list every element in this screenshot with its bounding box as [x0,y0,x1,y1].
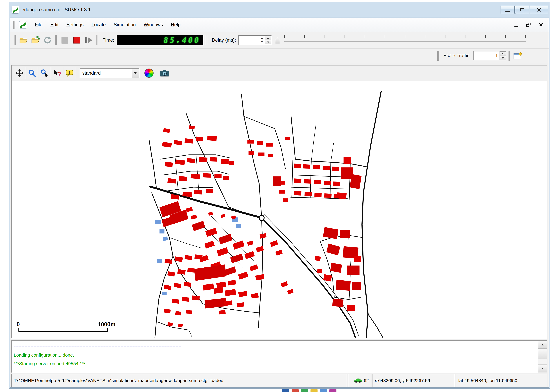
building-polygon[interactable] [175,160,185,165]
close-button[interactable] [530,6,548,14]
building-polygon[interactable] [332,299,343,307]
building-polygon[interactable] [203,283,214,290]
building-polygon[interactable] [247,140,254,143]
building-polygon[interactable] [164,285,171,290]
building-polygon[interactable] [215,174,222,178]
screenshot-button[interactable] [159,67,171,79]
building-polygon[interactable] [184,282,191,287]
building-polygon[interactable] [259,233,266,238]
recenter-view-button[interactable] [14,67,25,79]
slider-handle[interactable] [275,37,280,44]
building-polygon[interactable] [332,167,339,171]
building-polygon[interactable] [323,227,339,239]
building-polygon[interactable] [175,256,183,262]
building-polygon[interactable] [187,158,195,163]
road-edge[interactable] [169,238,201,248]
building-polygon[interactable] [323,274,332,281]
taskbar-icon[interactable] [329,389,336,392]
menu-simulation[interactable]: Simulation [110,19,140,30]
scale-spin-down-button[interactable] [500,56,506,60]
building-polygon[interactable] [238,272,248,280]
building-polygon[interactable] [313,165,320,169]
building-polygon[interactable] [330,263,342,273]
building-polygon[interactable] [257,141,263,145]
building-polygon[interactable] [322,166,330,170]
building-polygon[interactable] [162,142,172,148]
tooltip-button[interactable]: ! [64,67,75,79]
building-polygon[interactable] [324,193,332,198]
building-polygon[interactable] [273,176,281,186]
road-edge[interactable] [362,91,381,338]
building-polygon[interactable] [204,241,215,249]
road-edge[interactable] [244,116,275,129]
building-polygon[interactable] [275,250,283,256]
building-polygon[interactable] [167,271,175,277]
scrollbar-thumb[interactable] [538,349,547,359]
road-edge[interactable] [330,162,331,199]
titlebar[interactable]: erlangen.sumo.cfg - SUMO 1.3.1 [10,2,549,18]
building-polygon[interactable] [317,269,322,273]
stop-button[interactable] [71,34,83,47]
scale-traffic-value[interactable]: 1 [474,51,499,60]
building-polygon[interactable] [185,255,192,260]
open-network-button[interactable] [30,34,42,47]
building-polygon-blue[interactable] [157,259,162,263]
building-polygon[interactable] [165,162,173,167]
run-button[interactable] [59,34,71,47]
building-polygon[interactable] [324,181,331,185]
taskbar-icon[interactable] [301,389,308,392]
building-polygon[interactable] [171,194,179,200]
building-polygon[interactable] [194,189,202,195]
building-polygon[interactable] [195,254,203,259]
building-polygon[interactable] [186,310,192,314]
delay-spin-up-button[interactable] [265,36,271,40]
color-scheme-combobox[interactable]: standard [80,68,140,78]
building-polygon[interactable] [205,228,217,237]
building-polygon[interactable] [161,217,174,227]
building-polygon[interactable] [217,247,229,256]
building-polygon-blue[interactable] [160,229,165,234]
road-edge[interactable] [291,116,295,159]
building-polygon[interactable] [229,161,234,165]
building-polygon[interactable] [223,176,229,180]
delay-spinbox[interactable]: 0 [238,35,272,45]
scroll-down-button[interactable] [538,364,547,372]
building-polygon[interactable] [268,154,273,157]
road-edge[interactable] [189,330,193,338]
building-polygon[interactable] [203,173,211,178]
building-polygon[interactable] [182,297,189,302]
building-polygon[interactable] [208,212,213,216]
menu-file[interactable]: File [31,19,46,30]
building-polygon[interactable] [191,215,197,220]
building-polygon[interactable] [258,153,265,156]
mdi-minimize-button[interactable] [512,21,521,28]
building-polygon[interactable] [199,157,208,162]
building-polygon[interactable] [219,310,226,315]
building-polygon[interactable] [333,182,340,186]
building-polygon[interactable] [281,281,288,287]
building-polygon[interactable] [285,137,290,140]
building-polygon[interactable] [255,274,264,280]
building-polygon[interactable] [347,266,359,275]
taskbar-icon[interactable] [292,389,299,392]
building-polygon-blue[interactable] [155,220,161,224]
building-polygon[interactable] [164,309,171,313]
building-polygon[interactable] [336,280,351,291]
road-edge[interactable] [196,154,199,192]
scale-traffic-spinbox[interactable]: 1 [473,51,506,60]
building-polygon[interactable] [314,193,322,197]
building-polygon[interactable] [189,126,195,129]
building-polygon[interactable] [190,174,200,179]
query-object-button[interactable]: ? [51,67,63,79]
slider-track[interactable] [284,41,526,42]
building-polygon[interactable] [196,136,203,141]
maximize-button[interactable] [515,6,529,14]
building-polygon[interactable] [218,234,232,244]
building-polygon[interactable] [233,240,245,250]
new-view-button[interactable] [512,49,524,62]
zoom-button[interactable] [26,67,38,79]
building-polygon[interactable] [210,157,217,162]
road-edge[interactable] [156,322,189,330]
building-polygon[interactable] [172,299,179,304]
delay-slider[interactable] [275,34,527,46]
